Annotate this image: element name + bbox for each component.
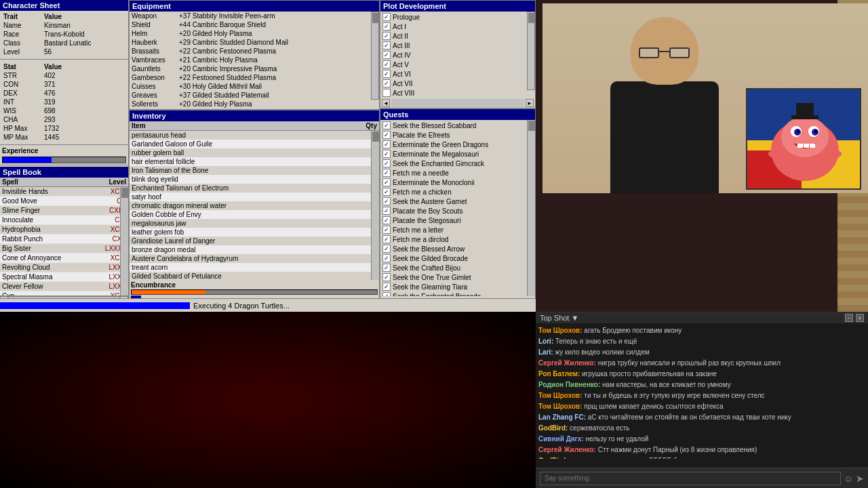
inv-scrollbar[interactable] — [371, 131, 379, 280]
checkbox[interactable] — [382, 245, 391, 253]
equipment-table: Weapon+37 Stabbity Invisible Peen-arm Sh… — [130, 12, 379, 108]
checkbox[interactable] — [382, 89, 391, 97]
level-col-header: Level — [94, 178, 128, 186]
scrollbar-thumb[interactable] — [528, 121, 535, 131]
plot-dev-title: Plot Development — [383, 2, 446, 10]
plot-nav-track[interactable] — [391, 99, 524, 107]
checkbox[interactable] — [382, 41, 391, 49]
inventory-title: Inventory — [132, 112, 166, 120]
plot-nav-right[interactable]: ► — [526, 99, 534, 107]
checkbox[interactable] — [382, 197, 391, 205]
stat-col-header: Stat — [1, 62, 42, 71]
table-row: Gauntlets+20 Cambric Impressive Plasma — [130, 64, 379, 73]
chat-message: Роп Батлем: игрушка просто прибавительна… — [538, 369, 865, 378]
chat-header-controls: − ≡ — [845, 314, 864, 322]
table-row: Weapon+37 Stabbity Invisible Peen-arm — [130, 12, 379, 20]
list-item: Iron Talisman of the Bone1 — [130, 166, 379, 175]
equip-scrollbar[interactable] — [371, 12, 379, 100]
checkbox[interactable] — [382, 79, 391, 87]
chat-minimize-button[interactable]: − — [845, 314, 853, 322]
checkbox[interactable] — [382, 70, 391, 78]
checkbox[interactable] — [382, 131, 391, 139]
list-item: satyr hoof1 — [130, 192, 379, 201]
chat-message: Сергей Жиленко: Стт нажми донут Парный (… — [538, 445, 865, 454]
scrollbar-thumb[interactable] — [121, 188, 128, 198]
scrollbar-thumb[interactable] — [528, 13, 535, 23]
list-item: Act IV — [381, 50, 534, 60]
list-item: Exterminate the Megalosauri — [381, 149, 534, 159]
checkbox[interactable] — [382, 150, 391, 158]
list-item: Seek the Blessed Arrow — [381, 244, 534, 253]
list-item: Act VI — [381, 69, 534, 79]
list-item: Spectral MiasmaLXXX — [0, 272, 128, 282]
status-text: Executing 4 Dragon Turtles... — [190, 302, 293, 310]
checkbox[interactable] — [382, 140, 391, 148]
experience-bar-fill — [3, 157, 52, 163]
checkbox[interactable] — [382, 226, 391, 234]
value-col-header: Value — [42, 12, 127, 21]
checkbox[interactable] — [382, 216, 391, 224]
list-item: Garlanded Galoon of Guile1 — [130, 140, 379, 148]
chat-header: Top Shot ▼ − ≡ — [536, 312, 868, 323]
glasses-right — [669, 47, 690, 58]
checkbox[interactable] — [382, 159, 391, 167]
scrollbar-thumb[interactable] — [372, 131, 379, 142]
checkbox[interactable] — [382, 273, 391, 281]
checkbox[interactable] — [382, 283, 391, 291]
checkbox[interactable] — [382, 207, 391, 215]
checkbox[interactable] — [382, 60, 391, 68]
list-item: Seek the Enchanted Gimcrack — [381, 159, 534, 168]
encumbrance-bar-container — [131, 289, 378, 295]
chat-panel: Top Shot ▼ − ≡ Том Шрохов: агать Бродвею… — [536, 312, 868, 488]
checkbox[interactable] — [382, 264, 391, 272]
checkbox[interactable] — [382, 235, 391, 243]
list-item: Gilded Scabbard of Petulance1 — [130, 272, 379, 280]
checkbox[interactable] — [382, 32, 391, 40]
list-item: Fetch me a needle — [381, 168, 534, 178]
table-row: Brassaits+22 Cambric Festooned Plasma — [130, 47, 379, 56]
checkbox[interactable] — [382, 292, 391, 296]
list-item: Seek the Crafted Bijou — [381, 263, 534, 272]
glasses-left — [639, 47, 659, 58]
quest-scrollbar[interactable] — [527, 120, 535, 296]
trait-name: Name — [1, 21, 42, 30]
table-row: Cuisses+30 Holy Gilded Mithril Mail — [130, 82, 379, 91]
list-item: Good MoveCX — [0, 197, 128, 206]
plot-list: Prologue Act I Act II Act III Act IV Act… — [380, 12, 535, 98]
checkbox[interactable] — [382, 254, 391, 262]
list-item: Grandiose Laurel of Danger1 — [130, 237, 379, 245]
plot-nav-left[interactable]: ◄ — [382, 99, 390, 107]
trait-value: Trans-Kobold — [42, 30, 127, 39]
checkbox[interactable] — [382, 121, 391, 129]
char-traits-table: Trait Value Name Kinsman Race Trans-Kobo… — [1, 12, 127, 56]
svg-rect-15 — [796, 103, 814, 117]
table-row: MP Max1445 — [1, 133, 127, 142]
list-item: Seek the Gilded Brocade — [381, 253, 534, 263]
chat-message: Lari: жу кило видео нолики силдем — [538, 348, 865, 357]
equipment-header: Equipment — [130, 1, 379, 12]
table-row: Sollerets+20 Gilded Holy Plasma — [130, 100, 379, 108]
chat-text: агать Бродвею поставим икону — [584, 327, 682, 334]
checkbox[interactable] — [382, 51, 391, 59]
checkbox[interactable] — [382, 178, 391, 186]
plot-dev-header: Plot Development — [380, 1, 535, 12]
svg-point-9 — [797, 130, 800, 133]
webcam-frame — [542, 3, 868, 193]
plot-scrollbar[interactable] — [527, 12, 535, 90]
checkbox[interactable] — [382, 13, 391, 21]
checkbox[interactable] — [382, 188, 391, 196]
list-item: pentasaurus head1 — [130, 131, 379, 140]
chat-username: Lan Zhang FC: — [538, 413, 588, 421]
checkbox[interactable] — [382, 169, 391, 177]
emoji-icon[interactable]: ☺ — [844, 473, 853, 484]
chat-input[interactable] — [540, 472, 841, 485]
chat-messages: Том Шрохов: агать Бродвею поставим икону… — [536, 323, 868, 459]
chat-settings-button[interactable]: ≡ — [856, 314, 864, 322]
checkbox[interactable] — [382, 22, 391, 30]
bottom-game-area — [0, 312, 536, 488]
spell-scrollbar[interactable] — [120, 187, 128, 296]
send-icon[interactable]: ➤ — [856, 473, 864, 484]
table-row: CHA293 — [1, 115, 127, 124]
scrollbar-thumb[interactable] — [372, 13, 379, 23]
table-row: Hauberk+29 Cambric Studded Diamond Mail — [130, 38, 379, 47]
